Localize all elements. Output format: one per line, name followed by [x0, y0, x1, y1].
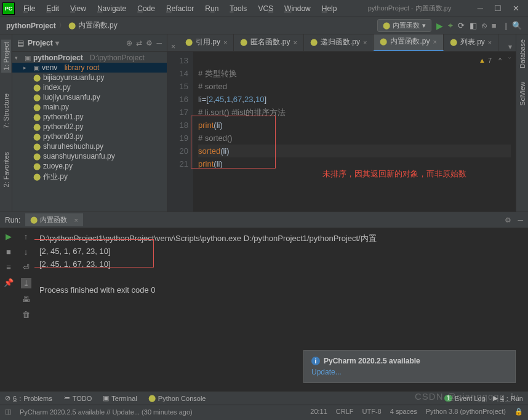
tree-venv[interactable]: ▸▣venv library root: [12, 63, 167, 73]
tab-favorites-tool[interactable]: 2: Favorites: [1, 149, 11, 189]
notification-link[interactable]: Update...: [311, 368, 508, 376]
code-line[interactable]: sorted(li): [198, 145, 511, 157]
menu-file[interactable]: File: [18, 2, 40, 15]
debug-button-icon[interactable]: ⌖: [448, 20, 453, 31]
status-line-sep[interactable]: CRLF: [336, 408, 354, 416]
stop-icon[interactable]: ■: [492, 21, 497, 30]
breadcrumb-project[interactable]: pythonProject: [6, 22, 56, 30]
tree-file[interactable]: ⬤zuoye.py: [12, 161, 167, 171]
tree-file[interactable]: ⬤python01.py: [12, 112, 167, 122]
chevron-down-icon: ▾: [422, 22, 426, 30]
editor-tab[interactable]: ⬤匿名函数.py×: [234, 34, 303, 51]
python-file-icon: ⬤: [68, 22, 76, 30]
status-encoding[interactable]: UTF-8: [362, 408, 382, 416]
tree-file[interactable]: ⬤luojiyunsuanfu.py: [12, 92, 167, 102]
gear-icon[interactable]: ⚙: [146, 39, 153, 47]
breadcrumb-file[interactable]: 内置函数.py: [78, 20, 118, 31]
editor-tab[interactable]: ⬤列表.py×: [444, 34, 498, 51]
code-line[interactable]: # li.sort() #list的排序方法: [198, 106, 511, 119]
tree-file[interactable]: ⬤python03.py: [12, 132, 167, 141]
stop-run-icon[interactable]: ■: [6, 247, 11, 256]
inspections-widget[interactable]: ▲7 ^ ˇ: [479, 54, 511, 67]
run-config-dropdown[interactable]: ⬤ 内置函数 ▾: [377, 19, 431, 32]
tab-python-console[interactable]: ⬤ Python Console: [148, 394, 206, 402]
editor-tab[interactable]: ⬤引用.py×: [179, 34, 234, 51]
run-button-icon[interactable]: ▶: [436, 21, 443, 31]
down-icon[interactable]: ↓: [24, 247, 28, 256]
tab-todo[interactable]: ≔ TODO: [63, 394, 92, 402]
tab-structure-tool[interactable]: 7: Structure: [1, 91, 11, 131]
menu-view[interactable]: View: [65, 2, 91, 15]
tab-database-tool[interactable]: Database: [518, 37, 527, 71]
profile-icon[interactable]: ◧: [470, 21, 477, 30]
tree-file[interactable]: ⬤index.py: [12, 82, 167, 92]
code-line[interactable]: print(li): [198, 119, 511, 132]
menu-navigate[interactable]: Navigate: [92, 2, 131, 15]
editor-tab[interactable]: ⬤内置函数.py×: [374, 34, 443, 51]
status-window-icon[interactable]: ◫: [5, 408, 11, 416]
status-indent[interactable]: 4 spaces: [390, 408, 417, 416]
tree-file[interactable]: ⬤python02.py: [12, 122, 167, 132]
minimize-icon[interactable]: ─: [478, 4, 483, 13]
scroll-icon[interactable]: ⤓: [21, 278, 31, 288]
tab-problems[interactable]: ⊘ 6: Problems: [5, 394, 52, 402]
tab-terminal[interactable]: ▣ Terminal: [103, 394, 137, 402]
run-tab[interactable]: ⬤内置函数 ×: [25, 213, 83, 226]
code-content[interactable]: ▲7 ^ ˇ 未排序，因其返回新的对象，而非原始数 # 类型转换# sorted…: [193, 52, 516, 212]
tab-event-log[interactable]: 1 Event Log: [444, 394, 486, 402]
menu-vcs[interactable]: VCS: [253, 2, 278, 15]
editor-tab[interactable]: ⬤递归函数.py×: [304, 34, 374, 51]
menu-tools[interactable]: Tools: [225, 2, 252, 15]
tree-file[interactable]: ⬤suanshuyunsuanfu.py: [12, 151, 167, 161]
code-line[interactable]: [198, 54, 511, 67]
status-position[interactable]: 20:11: [310, 408, 327, 416]
status-message[interactable]: PyCharm 2020.2.5 available // Update... …: [20, 408, 193, 416]
locate-icon[interactable]: ⊕: [126, 39, 132, 47]
run-gear-icon[interactable]: ⚙: [505, 216, 511, 224]
rerun-icon[interactable]: ▶: [6, 232, 12, 241]
menu-help[interactable]: Help: [317, 2, 342, 15]
attach-icon[interactable]: ⎋: [482, 21, 487, 30]
menu-code[interactable]: Code: [132, 2, 160, 15]
tab-run-bottom[interactable]: ▶ 4: Run: [493, 394, 523, 402]
left-tool-stripe: 1: Project 7: Structure 2: Favorites: [0, 34, 12, 212]
menu-window[interactable]: Window: [279, 2, 316, 15]
window-title: pythonProject - 内置函数.py: [342, 4, 477, 13]
tree-file[interactable]: ⬤bijiaoyunsuanfu.py: [12, 73, 167, 82]
tab-close-left[interactable]: ×: [167, 42, 179, 51]
status-lock-icon[interactable]: 🔒: [514, 408, 523, 416]
code-line[interactable]: # sorted(): [198, 132, 511, 145]
maximize-icon[interactable]: ☐: [494, 4, 502, 13]
tab-project-tool[interactable]: 1: Project: [1, 39, 11, 73]
expand-icon[interactable]: ⇄: [136, 39, 142, 47]
menu-run[interactable]: Run: [200, 2, 223, 15]
print-icon[interactable]: 🖶: [22, 295, 30, 304]
menu-refactor[interactable]: Refactor: [161, 2, 199, 15]
tree-file[interactable]: ⬤shuruheshuchu.py: [12, 141, 167, 151]
tab-sciview-tool[interactable]: SciView: [518, 79, 527, 108]
code-editor[interactable]: 131415161718192021 ▲7 ^ ˇ 未排序，因其返回新的对象，而…: [167, 52, 516, 212]
code-line[interactable]: # 类型转换: [198, 67, 511, 80]
status-interpreter[interactable]: Python 3.8 (pythonProject): [426, 408, 506, 416]
close-icon[interactable]: ✕: [513, 4, 519, 13]
tree-root[interactable]: ▾▣pythonProject D:\pythonProject: [12, 53, 167, 63]
vcs-icon[interactable]: |: [505, 21, 507, 30]
code-line[interactable]: li=[2,45,1,67,23,10]: [198, 93, 511, 106]
run-hide-icon[interactable]: ─: [518, 216, 523, 224]
tree-file[interactable]: ⬤main.py: [12, 102, 167, 112]
up-icon[interactable]: ↑: [24, 232, 28, 241]
bottom-tool-tabs: ⊘ 6: Problems ≔ TODO ▣ Terminal ⬤ Python…: [0, 391, 528, 405]
hide-icon[interactable]: ─: [156, 39, 162, 47]
code-line[interactable]: # sorted: [198, 80, 511, 93]
menu-edit[interactable]: Edit: [41, 2, 64, 15]
pin-icon[interactable]: 📌: [4, 278, 14, 287]
search-icon[interactable]: 🔍: [512, 21, 522, 30]
layout-icon[interactable]: ≡: [6, 263, 11, 272]
tab-dropdown-icon[interactable]: ▾: [505, 42, 516, 51]
notification-title: PyCharm 2020.2.5 available: [324, 357, 420, 365]
tree-file[interactable]: ⬤作业.py: [12, 171, 167, 183]
coverage-icon[interactable]: ⟳: [458, 21, 465, 30]
notification-popup: iPyCharm 2020.2.5 available Update...: [303, 350, 516, 383]
trash-icon[interactable]: 🗑: [22, 310, 30, 319]
wrap-icon[interactable]: ⏎: [23, 263, 30, 272]
